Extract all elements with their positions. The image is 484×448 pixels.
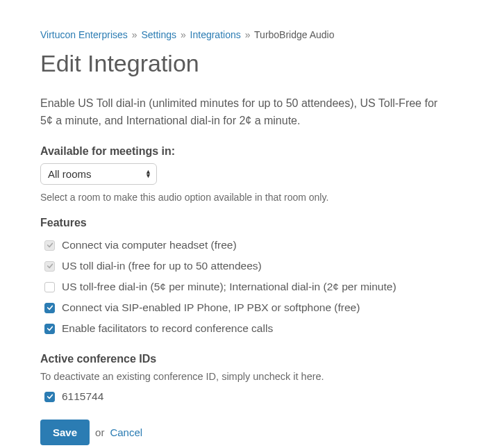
conference-row: 6115744: [40, 386, 444, 407]
checkmark-icon: [47, 393, 53, 400]
checkmark-icon: [47, 325, 53, 332]
conference-label: Active conference IDs: [40, 353, 444, 365]
breadcrumb: Virtucon Enterprises » Settings » Integr…: [40, 29, 444, 40]
breadcrumb-sep: »: [132, 29, 137, 40]
feature-row: Connect via SIP-enabled IP Phone, IP PBX…: [40, 297, 444, 318]
checkmark-icon: [47, 304, 53, 311]
breadcrumb-current: TurboBridge Audio: [254, 29, 334, 40]
feature-label: Enable facilitators to record conference…: [62, 322, 273, 335]
checkbox-record[interactable]: [44, 324, 55, 334]
feature-label: Connect via SIP-enabled IP Phone, IP PBX…: [62, 301, 360, 314]
room-select-wrap: All rooms ▲▼: [40, 163, 157, 185]
page-title: Edit Integration: [40, 50, 444, 77]
checkbox-conference-id[interactable]: [44, 392, 55, 402]
actions-row: Save or Cancel: [40, 420, 444, 445]
checkmark-icon: [47, 263, 53, 269]
conference-id-label: 6115744: [62, 390, 103, 403]
breadcrumb-org[interactable]: Virtucon Enterprises: [40, 29, 128, 40]
room-hint: Select a room to make this audio option …: [40, 192, 444, 203]
room-select[interactable]: All rooms: [40, 163, 157, 185]
feature-row: Enable facilitators to record conference…: [40, 318, 444, 339]
feature-row: US toll dial-in (free for up to 50 atten…: [40, 256, 444, 276]
breadcrumb-settings[interactable]: Settings: [141, 29, 176, 40]
breadcrumb-integrations[interactable]: Integrations: [190, 29, 241, 40]
integration-description: Enable US Toll dial-in (unlimited minute…: [40, 95, 444, 130]
feature-label: Connect via computer headset (free): [62, 239, 237, 251]
available-label: Available for meetings in:: [40, 145, 444, 158]
feature-label: US toll-free dial-in (5¢ per minute); In…: [62, 281, 397, 293]
checkbox-toll-free[interactable]: [44, 282, 55, 292]
checkbox-headset: [44, 240, 55, 251]
features-section: Features Connect via computer headset (f…: [40, 217, 444, 339]
features-label: Features: [40, 217, 444, 229]
breadcrumb-sep: »: [245, 29, 251, 40]
breadcrumb-sep: »: [181, 29, 186, 40]
checkbox-us-toll: [44, 261, 55, 272]
or-text: or: [95, 426, 104, 438]
conference-subtext: To deactivate an existing conference ID,…: [40, 371, 444, 382]
feature-row: Connect via computer headset (free): [40, 235, 444, 256]
cancel-link[interactable]: Cancel: [110, 426, 142, 438]
feature-row: US toll-free dial-in (5¢ per minute); In…: [40, 276, 444, 297]
conference-section: Active conference IDs To deactivate an e…: [40, 353, 444, 407]
checkmark-icon: [47, 242, 53, 249]
feature-label: US toll dial-in (free for up to 50 atten…: [62, 260, 262, 272]
checkbox-sip[interactable]: [44, 303, 55, 313]
save-button[interactable]: Save: [40, 420, 90, 445]
